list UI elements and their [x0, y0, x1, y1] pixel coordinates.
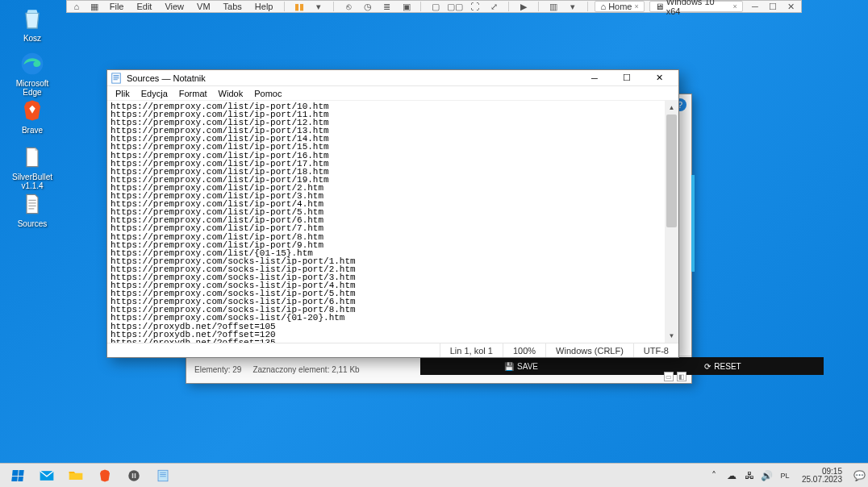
monitor-icon: 🖥	[655, 2, 664, 11]
menu-view[interactable]: Widok	[214, 89, 248, 98]
host-library-icon[interactable]: ▥	[546, 1, 561, 12]
host-snapshot-icon[interactable]: ◷	[361, 1, 375, 12]
menu-format[interactable]: Format	[174, 89, 212, 98]
taskbar-notepad[interactable]	[148, 464, 177, 487]
desktop-icon-silverbullet[interactable]: SilverBullet v1.1.4	[6, 144, 58, 190]
maximize-button[interactable]: ☐	[611, 71, 643, 85]
taskbar-date: 25.07.2023	[802, 476, 842, 484]
circle-icon	[127, 468, 141, 483]
notepad-titlebar[interactable]: Sources — Notatnik ─ ☐ ✕	[107, 70, 678, 86]
host-tab-vm[interactable]: 🖥 Windows 10 x64 ×	[649, 1, 743, 12]
host-manage-icon[interactable]: ≣	[380, 1, 394, 12]
close-icon[interactable]: ×	[634, 2, 638, 10]
host-tab-home[interactable]: ⌂ Home ×	[595, 1, 644, 12]
notepad-menubar: Plik Edycja Format Widok Pomoc	[107, 86, 678, 101]
scroll-up-arrow-icon[interactable]: ▲	[665, 101, 678, 114]
host-close-button[interactable]: ✕	[783, 1, 798, 12]
save-icon: 💾	[504, 362, 514, 371]
host-minimize-button[interactable]: ─	[748, 1, 762, 12]
save-button[interactable]: 💾 SAVE	[420, 357, 622, 375]
host-fullscreen-icon[interactable]: ⛶	[467, 1, 482, 12]
guest-desktop[interactable]: Kosz Microsoft Edge Brave SilverBullet v…	[0, 0, 868, 487]
menu-file[interactable]: Plik	[111, 89, 135, 98]
notepad-window[interactable]: Sources — Notatnik ─ ☐ ✕ Plik Edycja For…	[106, 69, 679, 358]
taskbar: ˄ ☁ 🖧 🔊 PL 09:15 25.07.2023 💬	[0, 463, 868, 487]
brave-icon	[98, 468, 112, 483]
host-stretch-icon[interactable]: ⤢	[486, 1, 501, 12]
status-eol: Windows (CRLF)	[545, 343, 633, 357]
host-menu-edit[interactable]: Edit	[132, 2, 156, 11]
background-app-footer: Elementy: 29 Zaznaczony element: 2,11 Kb…	[186, 356, 691, 383]
desktop-icon-sources[interactable]: Sources	[6, 190, 58, 228]
host-maximize-button[interactable]: ☐	[766, 1, 780, 12]
desktop-icon-label: Brave	[22, 126, 43, 135]
host-toolbar: ⌂ ▦ File Edit View VM Tabs Help ▮▮ ▾ ⎋ ◷…	[66, 0, 802, 13]
close-button[interactable]: ✕	[643, 71, 675, 85]
edge-icon	[19, 50, 46, 77]
minimize-button[interactable]: ─	[578, 71, 611, 85]
folder-icon	[68, 468, 84, 484]
reset-label: RESET	[714, 362, 741, 371]
svg-rect-6	[158, 470, 168, 481]
host-send-cad-icon[interactable]: ⎋	[341, 1, 356, 12]
save-label: SAVE	[517, 362, 538, 371]
tab-label: Home	[608, 2, 632, 11]
host-menu-vm[interactable]: VM	[193, 2, 215, 11]
taskbar-explorer[interactable]	[61, 464, 90, 487]
taskbar-time: 09:15	[822, 468, 842, 476]
host-grid-icon[interactable]: ▦	[88, 1, 101, 12]
desktop-icon-label: Sources	[18, 219, 48, 228]
tray-network-icon[interactable]: 🖧	[744, 470, 755, 481]
host-menu-file[interactable]: File	[106, 2, 128, 11]
close-icon[interactable]: ×	[733, 2, 737, 10]
bg-status-right: Zaznaczony element: 2,11 Kb	[252, 365, 359, 374]
tray-lang-icon[interactable]: PL	[779, 470, 791, 481]
menu-edit[interactable]: Edycja	[136, 89, 173, 98]
windows-logo-icon	[11, 470, 23, 481]
host-menu-tabs[interactable]: Tabs	[219, 2, 246, 11]
host-pause-icon[interactable]: ▮▮	[292, 1, 307, 12]
tray-notifications-icon[interactable]: 💬	[853, 470, 865, 481]
host-home-icon[interactable]: ⌂	[70, 1, 83, 12]
mini-icon-2[interactable]: ◧	[677, 372, 686, 381]
taskbar-brave[interactable]	[90, 464, 119, 487]
host-menu-help[interactable]: Help	[251, 2, 278, 11]
desktop-icon-edge[interactable]: Microsoft Edge	[6, 50, 58, 97]
desktop-icon-label: Microsoft Edge	[6, 79, 58, 97]
start-button[interactable]	[3, 464, 32, 487]
tray-chevron-icon[interactable]: ˄	[708, 470, 720, 481]
svg-point-3	[128, 470, 140, 481]
brave-icon	[19, 97, 46, 124]
tray-volume-icon[interactable]: 🔊	[762, 470, 773, 481]
svg-rect-5	[135, 473, 136, 478]
notepad-icon	[111, 73, 122, 84]
notepad-textarea[interactable]: https://premproxy.com/list/ip-port/10.ht…	[107, 101, 665, 343]
notepad-statusbar: Lin 1, kol 1 100% Windows (CRLF) UTF-8	[107, 343, 678, 357]
host-unity-icon[interactable]: ▢	[428, 1, 443, 12]
scroll-thumb[interactable]	[666, 114, 677, 227]
tray-onedrive-icon[interactable]: ☁	[726, 470, 737, 481]
taskbar-mail[interactable]	[32, 464, 61, 487]
mail-icon	[39, 468, 55, 484]
reset-icon: ⟳	[704, 362, 711, 371]
menu-help[interactable]: Pomoc	[249, 89, 286, 98]
scrollbar-vertical[interactable]: ▲ ▼	[665, 101, 678, 343]
host-menu-view[interactable]: View	[161, 2, 188, 11]
desktop-icon-label: Kosz	[23, 34, 41, 43]
notepad-icon	[156, 468, 170, 483]
host-dropdown-icon[interactable]: ▾	[311, 1, 326, 12]
host-console-icon[interactable]: ▶	[516, 1, 531, 12]
bg-status-left: Elementy: 29	[194, 365, 241, 374]
desktop-icon-brave[interactable]: Brave	[6, 97, 58, 135]
status-zoom: 100%	[503, 343, 545, 357]
desktop-icon-recycle-bin[interactable]: Kosz	[6, 5, 58, 43]
desktop-icon-label: SilverBullet v1.1.4	[6, 173, 58, 190]
reset-button[interactable]: ⟳ RESET	[622, 357, 824, 375]
taskbar-app[interactable]	[119, 464, 148, 487]
host-screenshot-icon[interactable]: ▣	[399, 1, 414, 12]
taskbar-clock[interactable]: 09:15 25.07.2023	[797, 468, 847, 484]
scroll-down-arrow-icon[interactable]: ▼	[665, 329, 678, 343]
host-multimon-icon[interactable]: ▢▢	[448, 1, 462, 12]
mini-icon-1[interactable]: ▭	[664, 372, 674, 381]
host-library-dropdown-icon[interactable]: ▾	[565, 1, 580, 12]
